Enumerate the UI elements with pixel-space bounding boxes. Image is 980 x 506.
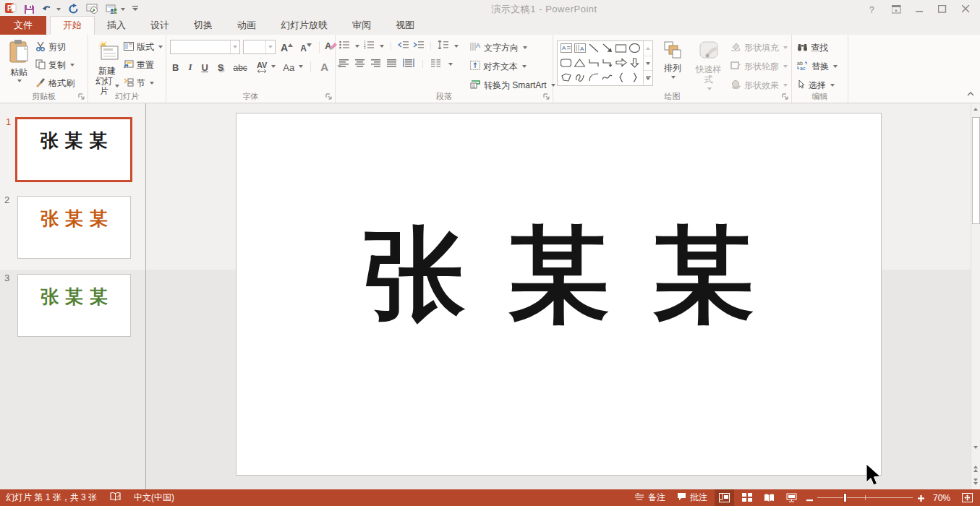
new-slide-dropdown-icon[interactable] xyxy=(115,85,119,87)
shape-outline-dropdown-icon[interactable] xyxy=(783,65,788,68)
save-icon[interactable] xyxy=(24,4,35,14)
align-left-icon[interactable] xyxy=(339,59,349,69)
shape-right-arrow-icon[interactable] xyxy=(615,58,627,69)
shapes-scroll-down-icon[interactable] xyxy=(644,56,652,72)
start-slideshow-icon[interactable] xyxy=(86,4,98,14)
customize-qat-icon[interactable] xyxy=(132,6,139,12)
new-slide-button[interactable]: 新建 幻灯片 xyxy=(92,38,122,91)
zoom-out-button[interactable] xyxy=(804,492,814,504)
slide-thumbnail-1[interactable]: 张某某 xyxy=(15,117,132,182)
shape-arc-icon[interactable] xyxy=(589,73,599,84)
vertical-scrollbar[interactable] xyxy=(971,103,980,489)
align-right-icon[interactable] xyxy=(371,59,381,69)
tab-design[interactable]: 设计 xyxy=(138,17,182,35)
slideshow-view-button[interactable] xyxy=(782,489,801,506)
shape-fill-button[interactable]: 形状填充 xyxy=(729,40,789,55)
font-dialog-launcher-icon[interactable] xyxy=(325,93,333,101)
slide-canvas[interactable]: 张某某 xyxy=(236,113,882,476)
text-direction-button[interactable]: A 文字方向 xyxy=(469,40,557,55)
next-slide-button[interactable] xyxy=(973,479,978,485)
font-size-combo[interactable] xyxy=(243,40,276,54)
zoom-slider-handle[interactable] xyxy=(843,493,847,502)
find-button[interactable]: 查找 xyxy=(796,40,839,55)
shape-rounded-rectangle-icon[interactable] xyxy=(561,59,571,69)
underline-button[interactable]: U xyxy=(199,60,210,73)
tab-animations[interactable]: 动画 xyxy=(225,17,268,35)
slide-thumbnail-2[interactable]: 张某某 xyxy=(17,196,131,259)
bullets-dropdown-icon[interactable] xyxy=(355,45,359,48)
scroll-down-icon[interactable] xyxy=(973,449,978,459)
shapes-gallery-more-icon[interactable] xyxy=(644,71,652,85)
shape-rectangle-icon[interactable] xyxy=(615,44,626,55)
comments-toggle[interactable]: 批注 xyxy=(673,489,712,506)
scroll-up-icon[interactable] xyxy=(971,103,980,114)
change-case-button[interactable]: Aa xyxy=(281,60,297,73)
font-name-combo[interactable] xyxy=(170,40,240,54)
tab-transitions[interactable]: 切换 xyxy=(182,17,225,35)
copy-button[interactable]: 复制 xyxy=(34,58,76,72)
shape-line-icon[interactable] xyxy=(589,43,599,55)
numbering-dropdown-icon[interactable] xyxy=(380,45,384,48)
font-size-dropdown-icon[interactable] xyxy=(268,46,273,48)
paragraph-dialog-launcher-icon[interactable] xyxy=(543,93,551,101)
drawing-dialog-launcher-icon[interactable] xyxy=(782,93,790,101)
strikethrough-button[interactable]: abc xyxy=(231,60,250,73)
columns-icon[interactable] xyxy=(431,59,441,69)
fit-to-window-icon[interactable] xyxy=(958,489,977,506)
decrease-indent-icon[interactable] xyxy=(398,40,409,51)
language-indicator[interactable]: 中文(中国) xyxy=(134,492,174,504)
tab-view[interactable]: 视图 xyxy=(383,17,427,35)
line-spacing-icon[interactable] xyxy=(438,40,448,51)
present-people-icon[interactable] xyxy=(106,4,125,14)
shape-left-brace-icon[interactable] xyxy=(618,72,624,85)
shape-elbow-connector-icon[interactable] xyxy=(589,59,599,69)
cut-button[interactable]: 剪切 xyxy=(34,40,76,54)
shape-elbow-arrow-connector-icon[interactable] xyxy=(602,59,613,69)
help-icon[interactable]: ? xyxy=(863,1,883,17)
zoom-in-button[interactable] xyxy=(916,492,926,504)
align-text-button[interactable]: 对齐文本 xyxy=(469,59,557,74)
scrollbar-thumb[interactable] xyxy=(972,117,980,224)
close-icon[interactable] xyxy=(955,1,976,17)
replace-dropdown-icon[interactable] xyxy=(833,65,838,68)
undo-button[interactable] xyxy=(42,4,61,14)
slide-counter[interactable]: 幻灯片 第 1 张，共 3 张 xyxy=(6,492,97,504)
notes-toggle[interactable]: 备注 xyxy=(631,489,670,506)
collapse-ribbon-icon[interactable] xyxy=(967,88,974,98)
text-direction-dropdown-icon[interactable] xyxy=(523,46,527,49)
redo-icon[interactable] xyxy=(68,4,79,14)
grow-font-button[interactable]: A xyxy=(278,40,295,53)
shape-triangle-icon[interactable] xyxy=(574,59,585,69)
previous-slide-button[interactable] xyxy=(973,466,978,472)
reset-button[interactable]: 重置 xyxy=(122,58,164,72)
zoom-slider[interactable] xyxy=(817,489,913,506)
shrink-font-button[interactable]: A xyxy=(298,40,314,53)
change-case-dropdown-icon[interactable] xyxy=(299,65,303,68)
replace-button[interactable]: abac 替换 xyxy=(796,59,839,74)
numbering-icon[interactable]: 123 xyxy=(364,40,374,51)
minimize-icon[interactable] xyxy=(909,1,929,17)
slide-editing-area[interactable]: 张某某 xyxy=(146,103,971,489)
undo-dropdown-icon[interactable] xyxy=(56,8,61,11)
tab-insert[interactable]: 插入 xyxy=(95,17,138,35)
clipboard-dialog-launcher-icon[interactable] xyxy=(78,93,86,101)
align-center-icon[interactable] xyxy=(355,59,365,69)
maximize-icon[interactable] xyxy=(932,1,953,17)
shape-outline-button[interactable]: 形状轮廓 xyxy=(729,59,789,74)
layout-button[interactable]: 版式 xyxy=(122,40,164,54)
slide-thumbnail-3[interactable]: 张某某 xyxy=(17,274,131,337)
distribute-text-icon[interactable] xyxy=(403,59,414,69)
align-text-dropdown-icon[interactable] xyxy=(522,65,527,68)
paste-button[interactable]: 粘贴 xyxy=(4,38,34,91)
increase-indent-icon[interactable] xyxy=(413,40,424,51)
shape-scribble-icon[interactable] xyxy=(575,73,585,84)
bold-button[interactable]: B xyxy=(170,60,181,73)
bullets-icon[interactable] xyxy=(339,40,349,51)
tab-file[interactable]: 文件 xyxy=(0,16,46,35)
italic-button[interactable]: I xyxy=(186,60,194,73)
arrange-dropdown-icon[interactable] xyxy=(671,76,676,79)
shape-right-brace-icon[interactable] xyxy=(632,72,638,85)
shape-oval-icon[interactable] xyxy=(629,43,640,55)
layout-dropdown-icon[interactable] xyxy=(158,46,163,48)
shape-textbox-icon[interactable]: A xyxy=(561,43,572,55)
